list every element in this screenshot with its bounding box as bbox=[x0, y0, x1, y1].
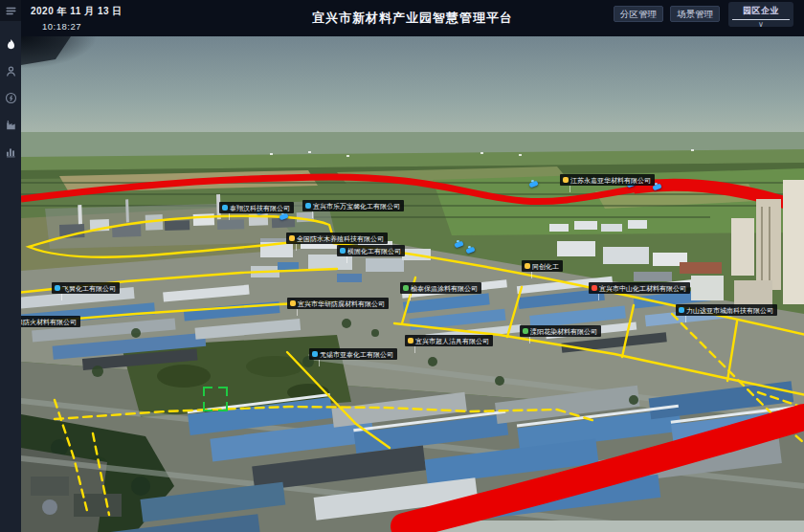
company-label[interactable]: 宜兴市超人洁具有限公司 bbox=[405, 335, 493, 346]
park-enterprise-label: 园区企业 bbox=[728, 2, 793, 17]
company-label[interactable]: 泰翔汉科技有限公司 bbox=[219, 202, 294, 213]
company-label[interactable]: 同创化工 bbox=[522, 260, 563, 272]
factory-icon[interactable] bbox=[0, 113, 21, 136]
label-marker-icon bbox=[222, 205, 228, 211]
person-icon[interactable] bbox=[0, 59, 21, 82]
company-label-text: 宜兴市中山化工材料有限公司 bbox=[599, 285, 686, 292]
company-label[interactable]: 宜兴市乐万宝馨化工有限公司 bbox=[302, 200, 404, 211]
label-marker-icon bbox=[312, 351, 318, 357]
power-icon[interactable] bbox=[0, 86, 21, 109]
scene-management-button[interactable]: 场景管理 bbox=[670, 6, 720, 22]
company-label[interactable]: 全国防水木养殖科技有限公司 bbox=[286, 233, 388, 244]
label-marker-icon bbox=[525, 263, 530, 269]
label-marker-icon bbox=[290, 300, 296, 306]
company-label-text: 榆泰保温涂料有限公司 bbox=[411, 285, 478, 292]
fire-icon[interactable] bbox=[0, 33, 21, 55]
smart-park-platform: 2020 年 11 月 13 日 10:18:27 宜兴市新材料产业园智慧管理平… bbox=[0, 0, 804, 532]
company-label-text: 兴市源防火材料有限公司 bbox=[21, 319, 77, 325]
label-marker-icon bbox=[403, 285, 409, 291]
company-label[interactable]: 横固化工有限公司 bbox=[337, 245, 405, 256]
map-3d-view[interactable]: 泰翔汉科技有限公司宜兴市乐万宝馨化工有限公司江苏永嘉亚华材料有限公司全国防水木养… bbox=[21, 36, 804, 532]
chevron-down-icon: ∨ bbox=[728, 20, 793, 29]
company-label-text: 江苏永嘉亚华材料有限公司 bbox=[570, 177, 651, 184]
company-label[interactable]: 江苏永嘉亚华材料有限公司 bbox=[560, 174, 655, 186]
company-label-text: 宜兴市超人洁具有限公司 bbox=[415, 338, 489, 344]
company-label-text: 宜兴市华研防腐材料有限公司 bbox=[298, 300, 385, 307]
company-label[interactable]: 飞翼化工有限公司 bbox=[52, 282, 120, 294]
selection-box bbox=[203, 387, 228, 411]
bar-chart-icon[interactable] bbox=[0, 140, 21, 163]
company-label-text: 横固化工有限公司 bbox=[347, 248, 401, 255]
label-marker-icon bbox=[340, 248, 346, 254]
label-marker-icon bbox=[679, 307, 684, 313]
park-enterprise-dropdown[interactable]: 园区企业 ∨ bbox=[728, 2, 793, 27]
label-marker-icon bbox=[523, 328, 528, 334]
company-label[interactable]: 无锡市亚泰化工有限公司 bbox=[309, 348, 397, 360]
menu-icon[interactable] bbox=[0, 0, 21, 21]
label-marker-icon bbox=[55, 285, 60, 291]
header-bar: 2020 年 11 月 13 日 10:18:27 宜兴市新材料产业园智慧管理平… bbox=[21, 0, 804, 36]
company-label-text: 全国防水木养殖科技有限公司 bbox=[297, 235, 384, 242]
company-label-text: 力山这亚市城南科技有限公司 bbox=[686, 307, 773, 314]
label-marker-icon bbox=[289, 235, 295, 241]
sidebar bbox=[0, 0, 21, 532]
company-label[interactable]: 兴市源防火材料有限公司 bbox=[21, 316, 80, 327]
company-label[interactable]: 溧阳花染材料有限公司 bbox=[520, 325, 601, 337]
company-label[interactable]: 榆泰保温涂料有限公司 bbox=[400, 282, 481, 294]
partition-management-button[interactable]: 分区管理 bbox=[614, 6, 663, 22]
company-label[interactable]: 宜兴市中山化工材料有限公司 bbox=[589, 282, 690, 294]
company-label-text: 溧阳花染材料有限公司 bbox=[530, 328, 597, 335]
company-label-text: 宜兴市乐万宝馨化工有限公司 bbox=[313, 203, 400, 210]
label-marker-icon bbox=[408, 338, 413, 344]
label-marker-icon bbox=[563, 177, 569, 183]
company-label-text: 飞翼化工有限公司 bbox=[62, 285, 116, 292]
company-label-text: 无锡市亚泰化工有限公司 bbox=[320, 351, 393, 358]
company-label-text: 泰翔汉科技有限公司 bbox=[230, 205, 290, 211]
label-marker-icon bbox=[592, 285, 597, 291]
company-label[interactable]: 力山这亚市城南科技有限公司 bbox=[676, 304, 777, 316]
label-marker-icon bbox=[305, 203, 311, 209]
company-label-text: 同创化工 bbox=[532, 263, 559, 270]
company-label[interactable]: 宜兴市华研防腐材料有限公司 bbox=[287, 298, 389, 309]
